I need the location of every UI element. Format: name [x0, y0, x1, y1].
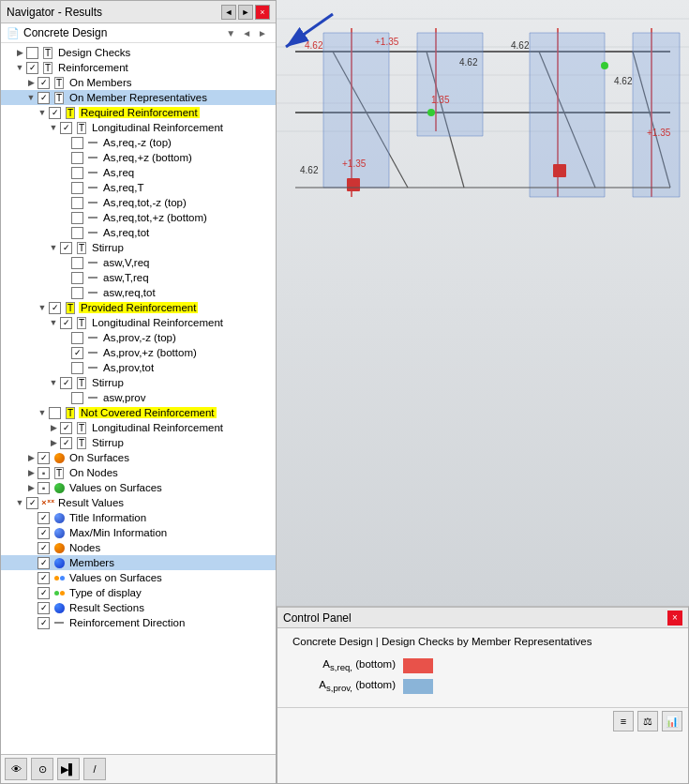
cb-as-req-tot[interactable]	[71, 227, 83, 239]
tree-item-stirrup-prov[interactable]: ▼ T Stirrup	[1, 375, 276, 390]
tree-item-asw-req-tot[interactable]: asw,req,tot	[1, 285, 276, 300]
expand-long-reinf-prov[interactable]: ▼	[48, 317, 59, 328]
tree-item-as-req-z-bot[interactable]: As,req,+z (bottom)	[1, 150, 276, 165]
tree-item-as-prov-z-bot[interactable]: As,prov,+z (bottom)	[1, 345, 276, 360]
dropdown-right-arrow[interactable]: ►	[255, 27, 270, 39]
cb-as-req-t[interactable]	[71, 182, 83, 194]
cb-as-req-tot-z-top[interactable]	[71, 197, 83, 209]
nav-bottom-btn4[interactable]: /	[83, 758, 106, 780]
cb-stirrup-prov[interactable]	[60, 377, 72, 389]
cb-reinf-direction[interactable]	[37, 617, 50, 629]
tree-item-members[interactable]: Members	[1, 555, 276, 570]
tree-item-provided-reinf[interactable]: ▼ T Provided Reinforcement	[1, 300, 276, 315]
cb-required-reinf[interactable]	[49, 107, 61, 119]
tree-item-on-surfaces[interactable]: ▶ On Surfaces	[1, 450, 276, 465]
cp-toolbar-btn2[interactable]: ⚖	[637, 711, 658, 731]
tree-item-long-reinf-prov[interactable]: ▼ T Longitudinal Reinforcement	[1, 315, 276, 330]
cb-asw-req-tot[interactable]	[71, 287, 83, 299]
nav-close-btn[interactable]: ×	[255, 5, 270, 20]
expand-provided-reinf[interactable]: ▼	[37, 302, 48, 313]
tree-item-design-checks[interactable]: ▶ T Design Checks	[1, 45, 276, 60]
tree-item-values-on-surfaces[interactable]: ▶ Values on Surfaces	[1, 480, 276, 495]
tree-item-on-member-reps[interactable]: ▼ T On Member Representatives	[1, 90, 276, 105]
tree-item-asw-prov[interactable]: asw,prov	[1, 390, 276, 405]
cb-values-surfaces2[interactable]	[37, 572, 50, 584]
cb-stirrup-req[interactable]	[60, 242, 72, 254]
cb-as-req-tot-z-bot[interactable]	[71, 212, 83, 224]
nav-bottom-btn2[interactable]: ⊙	[31, 758, 53, 780]
cb-result-values[interactable]	[26, 497, 38, 509]
cb-on-surfaces[interactable]	[37, 452, 50, 464]
tree-item-reinforcement[interactable]: ▼ T Reinforcement	[1, 60, 276, 75]
tree-item-nodes[interactable]: Nodes	[1, 540, 276, 555]
cb-as-prov-tot[interactable]	[71, 362, 83, 374]
tree-item-as-req-tot[interactable]: As,req,tot	[1, 225, 276, 240]
cb-asw-v-req[interactable]	[71, 257, 83, 269]
cb-on-members[interactable]	[37, 77, 50, 89]
tree-item-result-sections[interactable]: Result Sections	[1, 600, 276, 615]
dropdown-down-arrow[interactable]: ▼	[223, 27, 238, 39]
cb-as-req-z-top[interactable]	[71, 137, 83, 149]
cb-as-req[interactable]	[71, 167, 83, 179]
tree-item-as-req-tot-z-top[interactable]: As,req,tot,-z (top)	[1, 195, 276, 210]
tree-item-as-prov-tot[interactable]: As,prov,tot	[1, 360, 276, 375]
tree-item-stirrup-req[interactable]: ▼ T Stirrup	[1, 240, 276, 255]
dropdown-left-arrow[interactable]: ◄	[239, 27, 254, 39]
expand-stirrup-nc[interactable]: ▶	[48, 437, 59, 448]
cb-type-display[interactable]	[37, 587, 50, 599]
cb-result-sections[interactable]	[37, 602, 50, 614]
tree-item-stirrup-nc[interactable]: ▶ T Stirrup	[1, 435, 276, 450]
tree-item-as-req[interactable]: As,req	[1, 165, 276, 180]
cb-asw-t-req[interactable]	[71, 272, 83, 284]
tree-item-as-prov-z-top[interactable]: As,prov,-z (top)	[1, 330, 276, 345]
expand-required-reinf[interactable]: ▼	[37, 107, 48, 118]
tree-item-type-display[interactable]: Type of display	[1, 585, 276, 600]
cb-as-prov-z-bot[interactable]	[71, 347, 83, 359]
tree-item-as-req-t[interactable]: As,req,T	[1, 180, 276, 195]
cb-maxmin-info[interactable]	[37, 527, 50, 539]
expand-long-reinf-req[interactable]: ▼	[48, 122, 59, 133]
expand-on-member-reps[interactable]: ▼	[25, 92, 37, 103]
tree-item-not-covered[interactable]: ▼ T Not Covered Reinforcement	[1, 405, 276, 420]
tree-item-as-req-tot-z-bot[interactable]: As,req,tot,+z (bottom)	[1, 210, 276, 225]
control-panel-close-btn[interactable]: ×	[667, 611, 682, 626]
cb-title-info[interactable]	[37, 512, 50, 524]
cb-on-nodes[interactable]	[37, 467, 50, 479]
expand-long-reinf-nc[interactable]: ▶	[48, 422, 59, 433]
nav-bottom-btn1[interactable]: 👁	[5, 758, 27, 780]
cp-toolbar-btn1[interactable]: ≡	[613, 711, 634, 731]
tree-item-result-values[interactable]: ▼ ×ˣˣ Result Values	[1, 495, 276, 510]
nav-left-btn[interactable]: ◄	[221, 5, 236, 20]
cb-values-on-surfaces[interactable]	[37, 482, 50, 494]
expand-result-values[interactable]: ▼	[14, 497, 25, 508]
nav-bottom-btn3[interactable]: ▶▌	[57, 758, 80, 780]
expand-values-on-surfaces[interactable]: ▶	[25, 482, 37, 493]
tree-item-as-req-z-top[interactable]: As,req,-z (top)	[1, 135, 276, 150]
tree-item-title-info[interactable]: Title Information	[1, 510, 276, 525]
nav-right-btn[interactable]: ►	[238, 5, 253, 20]
expand-stirrup-req[interactable]: ▼	[48, 242, 59, 253]
expand-stirrup-prov[interactable]: ▼	[48, 377, 59, 388]
cb-on-member-reps[interactable]	[37, 92, 50, 104]
cb-not-covered[interactable]	[49, 407, 61, 419]
tree-item-values-surfaces2[interactable]: Values on Surfaces	[1, 570, 276, 585]
tree-item-long-reinf-req[interactable]: ▼ T Longitudinal Reinforcement	[1, 120, 276, 135]
expand-design-checks[interactable]: ▶	[14, 47, 25, 58]
cb-reinforcement[interactable]	[26, 62, 38, 74]
tree-item-on-members[interactable]: ▶ T On Members	[1, 75, 276, 90]
tree-item-long-reinf-nc[interactable]: ▶ T Longitudinal Reinforcement	[1, 420, 276, 435]
cb-stirrup-nc[interactable]	[60, 437, 72, 449]
tree-item-maxmin-info[interactable]: Max/Min Information	[1, 525, 276, 540]
cb-as-req-z-bot[interactable]	[71, 152, 83, 164]
cb-provided-reinf[interactable]	[49, 302, 61, 314]
cb-nodes[interactable]	[37, 542, 50, 554]
cb-asw-prov[interactable]	[71, 392, 83, 404]
tree-item-required-reinf[interactable]: ▼ T Required Reinforcement	[1, 105, 276, 120]
tree-item-asw-t-req[interactable]: asw,T,req	[1, 270, 276, 285]
expand-reinforcement[interactable]: ▼	[14, 62, 25, 73]
cb-as-prov-z-top[interactable]	[71, 332, 83, 344]
tree-item-reinf-direction[interactable]: Reinforcement Direction	[1, 615, 276, 630]
expand-on-members[interactable]: ▶	[25, 77, 37, 88]
tree-item-on-nodes[interactable]: ▶ T On Nodes	[1, 465, 276, 480]
cp-toolbar-btn3[interactable]: 📊	[662, 711, 682, 731]
